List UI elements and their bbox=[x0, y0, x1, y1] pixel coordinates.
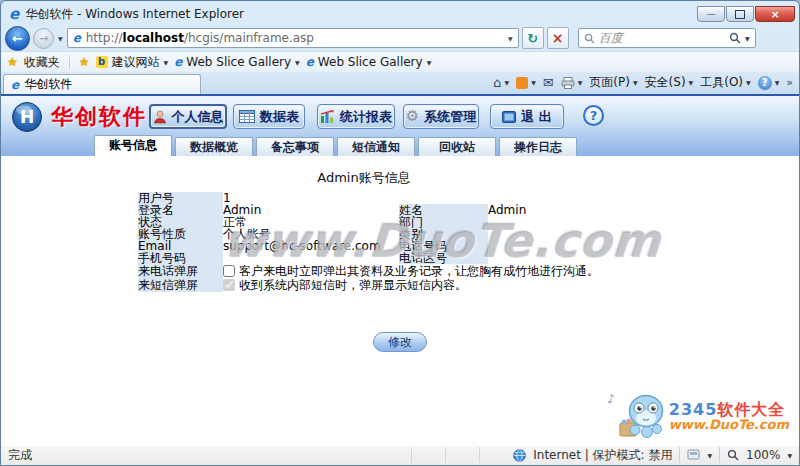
search-dropdown-icon[interactable]: ▼ bbox=[745, 35, 750, 42]
separator bbox=[679, 447, 680, 463]
nav-exit[interactable]: 退 出 bbox=[490, 104, 564, 129]
nav-label: 统计报表 bbox=[340, 108, 392, 126]
minimize-button[interactable]: — bbox=[697, 6, 725, 22]
home-button[interactable]: ⌂▼ bbox=[493, 76, 509, 89]
url-dropdown-icon[interactable]: ▼ bbox=[508, 35, 513, 42]
tab-data-overview[interactable]: 数据概览 bbox=[175, 137, 253, 156]
web-slice-item-2[interactable]: e Web Slice Gallery ▼ bbox=[306, 55, 432, 69]
field-value bbox=[223, 252, 399, 264]
checkbox-cell: 收到系统内部短信时，弹屏显示短信内容。 bbox=[223, 278, 653, 292]
app-header: H 华创软件 个人信息 数据表 统计报表 ⚙ 系统管理 bbox=[1, 94, 799, 156]
nav-system-admin[interactable]: ⚙ 系统管理 bbox=[403, 104, 479, 129]
modify-button[interactable]: 修改 bbox=[373, 332, 427, 352]
app-logo: H 华创软件 bbox=[11, 101, 147, 133]
call-popup-checkbox[interactable] bbox=[223, 265, 235, 277]
music-note-icon: ♪ bbox=[607, 392, 615, 406]
tab-operation-log[interactable]: 操作日志 bbox=[499, 137, 577, 156]
internet-zone-icon bbox=[513, 449, 526, 462]
status-segment bbox=[445, 447, 472, 463]
dropdown-icon: ▼ bbox=[505, 79, 510, 86]
nav-statistics[interactable]: 统计报表 bbox=[317, 104, 395, 129]
page-favicon-icon: e bbox=[73, 31, 81, 45]
dropdown-icon: ▼ bbox=[531, 79, 536, 86]
print-button[interactable]: ▼ bbox=[561, 77, 583, 89]
search-go-icon[interactable] bbox=[729, 32, 741, 44]
dropdown-icon: ▼ bbox=[427, 59, 432, 66]
app-logo-icon: H bbox=[11, 101, 43, 133]
field-value: support@hc-software.com bbox=[223, 240, 399, 252]
zoom-dropdown-icon[interactable]: ▼ bbox=[787, 452, 792, 459]
read-mail-button[interactable]: ✉ bbox=[543, 76, 554, 89]
person-icon bbox=[153, 110, 167, 124]
feeds-button[interactable]: ▼ bbox=[516, 77, 536, 89]
search-placeholder: 百度 bbox=[599, 30, 725, 47]
dropdown-icon[interactable]: ▼ bbox=[707, 452, 712, 459]
refresh-button[interactable]: ↻ bbox=[522, 27, 544, 49]
separator bbox=[69, 55, 70, 69]
dropdown-icon: ▼ bbox=[746, 79, 751, 86]
stop-icon: × bbox=[552, 30, 564, 46]
svg-text:H: H bbox=[20, 107, 34, 127]
zoom-level[interactable]: 100% bbox=[746, 448, 780, 462]
favorites-star-icon: ★ bbox=[7, 55, 18, 69]
address-input[interactable]: e http://localhost/hcgis/mainframe.asp ▼ bbox=[67, 28, 519, 48]
tools-menu[interactable]: 工具(O)▼ bbox=[700, 74, 750, 91]
history-dropdown-icon[interactable]: ▼ bbox=[57, 35, 64, 42]
nav-label: 退 出 bbox=[521, 108, 552, 126]
refresh-icon: ↻ bbox=[527, 31, 538, 46]
field-value bbox=[488, 228, 653, 240]
page-menu-label: 页面(P) bbox=[589, 74, 630, 91]
search-provider-icon bbox=[584, 33, 595, 44]
stop-button[interactable]: × bbox=[547, 27, 569, 49]
overflow-chevron-icon[interactable]: » bbox=[786, 76, 793, 89]
page-title: Admin账号信息 bbox=[1, 169, 727, 187]
maximize-button[interactable] bbox=[726, 6, 754, 22]
url-protocol: http:// bbox=[86, 31, 123, 45]
sms-popup-checkbox[interactable] bbox=[223, 279, 235, 291]
form-row: Email support@hc-software.com 电话号码 bbox=[138, 240, 653, 252]
field-label: 来短信弹屏 bbox=[138, 278, 223, 292]
app-tab-strip: 账号信息 数据概览 备忘事项 短信通知 回收站 操作日志 bbox=[94, 135, 577, 156]
printer-icon bbox=[561, 77, 575, 89]
add-favorite-icon[interactable]: ★ bbox=[79, 55, 90, 69]
suggested-sites-item[interactable]: b 建议网站 ▼ bbox=[96, 54, 169, 71]
help-menu[interactable]: ?▼ bbox=[758, 76, 780, 90]
compat-view-icon[interactable] bbox=[687, 449, 700, 461]
field-label: 电话区号 bbox=[399, 252, 488, 264]
window-title: 华创软件 - Windows Internet Explorer bbox=[25, 6, 244, 23]
favorites-label[interactable]: 收藏夹 bbox=[24, 54, 60, 71]
ie-page-icon: e bbox=[306, 55, 314, 69]
browser-tab[interactable]: e 华创软件 bbox=[3, 74, 201, 94]
mail-icon: ✉ bbox=[543, 76, 554, 89]
tab-sms-notice[interactable]: 短信通知 bbox=[337, 137, 415, 156]
tab-memos[interactable]: 备忘事项 bbox=[256, 137, 334, 156]
tab-favicon-icon: e bbox=[11, 78, 19, 92]
web-slice-item-1[interactable]: e Web Slice Gallery ▼ bbox=[174, 55, 300, 69]
forward-button[interactable]: → bbox=[33, 28, 54, 49]
status-text: 完成 bbox=[8, 447, 32, 464]
separator bbox=[719, 447, 720, 463]
favorites-bar: ★ 收藏夹 ★ b 建议网站 ▼ e Web Slice Gallery ▼ e… bbox=[1, 51, 799, 72]
ie-logo-icon: e bbox=[9, 7, 19, 21]
field-value bbox=[488, 216, 653, 228]
nav-label: 系统管理 bbox=[424, 108, 476, 126]
status-bar: 完成 Internet | 保护模式: 禁用 ▼ 100% ▼ bbox=[1, 444, 799, 466]
security-menu[interactable]: 安全(S)▼ bbox=[645, 74, 694, 91]
dropdown-icon: ▼ bbox=[164, 59, 169, 66]
exit-icon bbox=[502, 111, 516, 123]
tab-recycle-bin[interactable]: 回收站 bbox=[418, 137, 496, 156]
rss-icon bbox=[516, 77, 528, 89]
nav-personal-info[interactable]: 个人信息 bbox=[149, 104, 227, 129]
help-button[interactable]: ? bbox=[583, 105, 604, 126]
nav-label: 个人信息 bbox=[172, 108, 224, 126]
search-input[interactable]: 百度 ▼ bbox=[578, 28, 756, 48]
nav-data-tables[interactable]: 数据表 bbox=[233, 104, 305, 129]
status-segment bbox=[411, 447, 438, 463]
back-button[interactable]: ← bbox=[5, 26, 30, 51]
web-slice-label-2: Web Slice Gallery bbox=[318, 55, 423, 69]
tab-account-info[interactable]: 账号信息 bbox=[94, 135, 172, 156]
page-menu[interactable]: 页面(P)▼ bbox=[589, 74, 637, 91]
url-text: http://localhost/hcgis/mainframe.asp bbox=[86, 31, 314, 45]
form-row: 登录名 Admin 姓名 Admin bbox=[138, 204, 653, 216]
close-button[interactable]: × bbox=[755, 6, 795, 22]
